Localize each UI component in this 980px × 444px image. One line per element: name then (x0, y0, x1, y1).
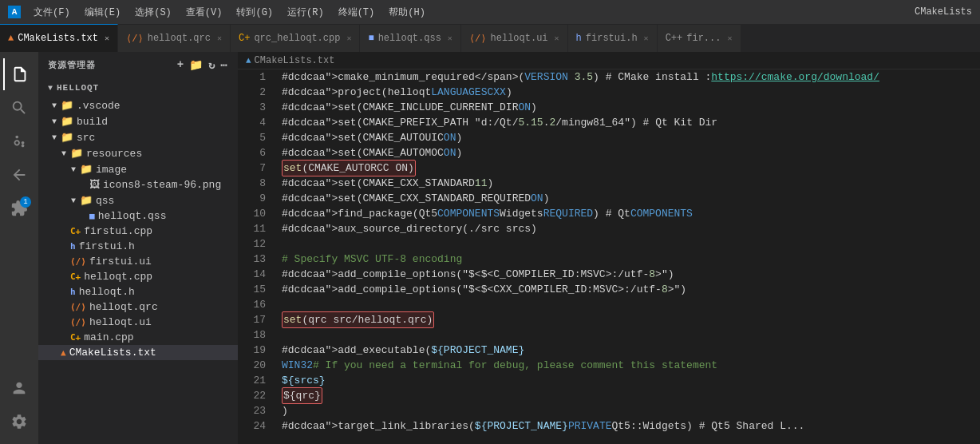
line-number: 8 (238, 176, 266, 191)
code-line[interactable]: # Specify MSVC UTF-8 encoding (282, 252, 980, 267)
code-line[interactable]: #dcdcaa">cmake_minimum_required</span>(V… (282, 69, 980, 85)
code-line[interactable]: #dcdcaa">aux_source_directory(./src srcs… (282, 221, 980, 236)
activity-search[interactable] (3, 92, 35, 124)
tree-label: helloqt.qrc (89, 301, 158, 313)
sidebar-actions[interactable]: + 📁 ↻ ⋯ (177, 58, 228, 72)
tree-item[interactable]: hfirstui.h (38, 239, 238, 254)
tree-label: firstui.cpp (84, 225, 152, 237)
activity-explorer[interactable] (3, 58, 35, 90)
tree-item[interactable]: ▼📁build (38, 113, 238, 129)
activity-settings[interactable] (3, 406, 35, 438)
menu-item[interactable]: 编辑(E) (78, 4, 128, 21)
activity-account[interactable] (3, 372, 35, 404)
code-line[interactable]: #dcdcaa">set(CMAKE_INCLUDE_CURRENT_DIR O… (282, 100, 980, 115)
code-line[interactable]: #dcdcaa">set(CMAKE_CXX_STANDARD_REQUIRED… (282, 191, 980, 206)
menu-item[interactable]: 帮助(H) (382, 4, 432, 21)
h-icon: h (70, 287, 76, 297)
extension-badge: 1 (20, 196, 31, 208)
tree-label: helloqt.ui (89, 316, 152, 328)
refresh-icon[interactable]: ↻ (208, 58, 215, 72)
code-line[interactable]: #dcdcaa">add_compile_options("$<$<C_COMP… (282, 267, 980, 282)
tree-label: build (77, 116, 108, 128)
tree-label: firstui.h (79, 240, 135, 252)
code-line[interactable] (282, 327, 980, 343)
tree-item[interactable]: C+main.cpp (38, 330, 238, 345)
code-line[interactable]: #dcdcaa">set(CMAKE_PREFIX_PATH "d:/Qt/5.… (282, 115, 980, 130)
tab[interactable]: ■helloqt.qss✕ (360, 24, 460, 52)
new-folder-icon[interactable]: 📁 (189, 58, 204, 72)
line-numbers: 123456789101112131415161718192021222324 (238, 69, 274, 444)
tab[interactable]: C+qrc_helloqt.cpp✕ (231, 24, 360, 52)
code-line[interactable]: ${qrc} (282, 388, 980, 403)
root-label: HELLOQT (57, 83, 99, 93)
tree-item[interactable]: 🖼icons8-steam-96.png (38, 177, 238, 192)
tree-item[interactable]: ▼📁.vscode (38, 97, 238, 113)
tree-item[interactable]: C+firstui.cpp (38, 224, 238, 239)
tab[interactable]: ▲CMakeLists.txt✕ (0, 24, 118, 52)
code-line[interactable]: set(CMAKE_AUTORCC ON) (282, 161, 980, 176)
line-number: 2 (238, 85, 266, 100)
tab[interactable]: hfirstui.h✕ (568, 24, 658, 52)
tree-item[interactable]: ■helloqt.qss (38, 208, 238, 224)
tree-item[interactable]: C+helloqt.cpp (38, 269, 238, 284)
cpp-icon: C+ (70, 272, 81, 282)
file-tree: ▼📁.vscode▼📁build▼📁src▼📁resources▼📁image🖼… (38, 97, 238, 360)
code-line[interactable]: #dcdcaa">project(helloqt LANGUAGES CXX) (282, 85, 980, 100)
folder-icon: 📁 (61, 115, 73, 128)
line-number: 6 (238, 145, 266, 161)
qrc-icon: ⟨/⟩ (70, 302, 86, 312)
tree-item[interactable]: ▼📁resources (38, 145, 238, 161)
code-line[interactable]: #dcdcaa">set(CMAKE_AUTOMOC ON) (282, 145, 980, 161)
collapse-icon[interactable]: ⋯ (221, 58, 228, 72)
sidebar-header: 资源管理器 + 📁 ↻ ⋯ (38, 52, 238, 78)
menu-bar[interactable]: 文件(F)编辑(E)选择(S)查看(V)转到(G)运行(R)终端(T)帮助(H) (27, 4, 432, 21)
line-number: 17 (238, 312, 266, 327)
code-line[interactable] (282, 236, 980, 252)
tree-item[interactable]: ▼📁src (38, 129, 238, 145)
tree-item[interactable]: hhelloqt.h (38, 284, 238, 299)
code-line[interactable]: #dcdcaa">find_package(Qt5 COMPONENTS Wid… (282, 206, 980, 221)
activity-debug[interactable] (3, 159, 35, 191)
code-line[interactable]: set(qrc src/helloqt.qrc) (282, 312, 980, 327)
tree-label: CMakeLists.txt (69, 347, 156, 359)
root-folder[interactable]: ▼ HELLOQT (38, 78, 238, 97)
code-content[interactable]: #dcdcaa">cmake_minimum_required</span>(V… (274, 69, 980, 444)
line-number: 4 (238, 115, 266, 130)
code-line[interactable]: ${srcs} (282, 373, 980, 388)
menu-item[interactable]: 查看(V) (180, 4, 229, 21)
tree-item[interactable]: ▼📁image (38, 161, 238, 177)
tab-bar: ▲CMakeLists.txt✕⟨/⟩helloqt.qrc✕C+qrc_hel… (0, 24, 980, 52)
title-bar-right: CMakeLists (915, 6, 972, 18)
tree-item[interactable]: ⟨/⟩firstui.ui (38, 254, 238, 269)
activity-extensions[interactable]: 1 (3, 192, 35, 224)
tab[interactable]: ⟨/⟩helloqt.ui✕ (461, 24, 568, 52)
menu-item[interactable]: 文件(F) (27, 4, 77, 21)
code-line[interactable]: WIN32 # If you need a terminal for debug… (282, 358, 980, 373)
code-line[interactable]: #dcdcaa">set(CMAKE_CXX_STANDARD 11) (282, 176, 980, 191)
tab[interactable]: ⟨/⟩helloqt.qrc✕ (118, 24, 231, 52)
tree-item[interactable]: ▲CMakeLists.txt (38, 345, 238, 360)
new-file-icon[interactable]: + (177, 58, 184, 72)
code-line[interactable]: #dcdcaa">add_compile_options("$<$<CXX_CO… (282, 282, 980, 297)
menu-item[interactable]: 运行(R) (281, 4, 330, 21)
breadcrumb-file: CMakeLists.txt (255, 55, 335, 66)
cmake-icon: ▲ (61, 347, 66, 358)
code-line[interactable]: #dcdcaa">set(CMAKE_AUTOUIC ON) (282, 130, 980, 145)
tree-item[interactable]: ▼📁qss (38, 192, 238, 208)
code-line[interactable]: #dcdcaa">add_executable(${PROJECT_NAME} (282, 343, 980, 358)
activity-source-control[interactable] (3, 125, 35, 157)
tree-item[interactable]: ⟨/⟩helloqt.qrc (38, 299, 238, 315)
h-icon: h (70, 241, 76, 252)
menu-item[interactable]: 选择(S) (128, 4, 178, 21)
tab[interactable]: C++fir...✕ (658, 24, 741, 52)
code-line[interactable]: #dcdcaa">target_link_libraries(${PROJECT… (282, 418, 980, 434)
code-line[interactable] (282, 297, 980, 312)
tree-item[interactable]: ⟨/⟩helloqt.ui (38, 315, 238, 330)
folder-icon: 📁 (80, 194, 93, 207)
code-container[interactable]: 123456789101112131415161718192021222324 … (238, 69, 980, 444)
menu-item[interactable]: 终端(T) (332, 4, 381, 21)
code-line[interactable]: ) (282, 403, 980, 418)
tree-label: helloqt.h (79, 286, 135, 298)
line-number: 10 (238, 206, 266, 221)
menu-item[interactable]: 转到(G) (230, 4, 279, 21)
